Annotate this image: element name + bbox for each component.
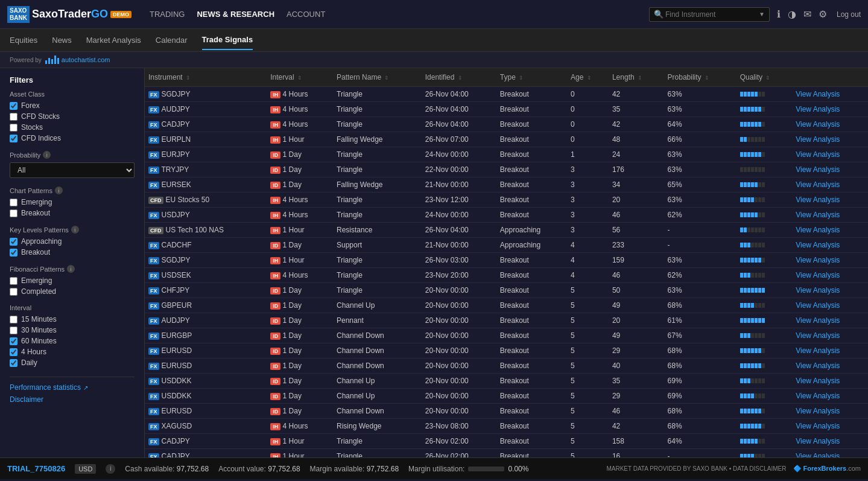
col-interval[interactable]: Interval ⇕ bbox=[267, 68, 333, 87]
cell-action[interactable]: View Analysis bbox=[792, 358, 868, 374]
nav-account[interactable]: ACCOUNT bbox=[287, 10, 325, 19]
cell-action[interactable]: View Analysis bbox=[792, 374, 868, 389]
view-analysis-link[interactable]: View Analysis bbox=[796, 301, 840, 310]
view-analysis-link[interactable]: View Analysis bbox=[796, 226, 840, 234]
view-analysis-link[interactable]: View Analysis bbox=[796, 150, 840, 159]
filter-cfd-indices-checkbox[interactable] bbox=[10, 135, 17, 142]
view-analysis-link[interactable]: View Analysis bbox=[796, 180, 840, 189]
nav-news-research[interactable]: NEWS & RESEARCH bbox=[197, 10, 274, 19]
account-info-button[interactable]: i bbox=[106, 464, 115, 474]
view-analysis-link[interactable]: View Analysis bbox=[796, 196, 840, 204]
fibonacci-info-icon[interactable]: i bbox=[67, 265, 75, 273]
filter-chart-breakout-checkbox[interactable] bbox=[10, 209, 17, 217]
view-analysis-link[interactable]: View Analysis bbox=[796, 211, 840, 219]
cell-action[interactable]: View Analysis bbox=[792, 298, 868, 313]
cell-action[interactable]: View Analysis bbox=[792, 343, 868, 358]
view-analysis-link[interactable]: View Analysis bbox=[796, 241, 840, 249]
probability-info-icon[interactable]: i bbox=[43, 151, 51, 159]
filter-key-approaching-checkbox[interactable] bbox=[10, 238, 17, 246]
cell-action[interactable]: View Analysis bbox=[792, 313, 868, 328]
performance-stats-link[interactable]: Performance statistics ↗ bbox=[10, 383, 135, 392]
subnav-trade-signals[interactable]: Trade Signals bbox=[202, 30, 253, 50]
nav-trading[interactable]: TRADING bbox=[150, 10, 185, 19]
chart-patterns-info-icon[interactable]: i bbox=[55, 186, 63, 194]
view-analysis-link[interactable]: View Analysis bbox=[796, 377, 840, 385]
col-quality[interactable]: Quality ⇕ bbox=[737, 68, 793, 87]
cell-action[interactable]: View Analysis bbox=[792, 449, 868, 458]
view-analysis-link[interactable]: View Analysis bbox=[796, 286, 840, 295]
cell-action[interactable]: View Analysis bbox=[792, 434, 868, 449]
view-analysis-link[interactable]: View Analysis bbox=[796, 135, 840, 144]
filter-interval-4hours-checkbox[interactable] bbox=[10, 348, 17, 356]
filter-forex[interactable]: Forex bbox=[10, 101, 135, 110]
cell-action[interactable]: View Analysis bbox=[792, 177, 868, 193]
col-identified[interactable]: Identified ⇕ bbox=[422, 68, 496, 87]
settings-icon[interactable]: ⚙ bbox=[819, 8, 827, 20]
col-age[interactable]: Age ⇕ bbox=[567, 68, 609, 87]
cell-action[interactable]: View Analysis bbox=[792, 208, 868, 223]
view-analysis-link[interactable]: View Analysis bbox=[796, 90, 840, 98]
theme-icon[interactable]: ◑ bbox=[788, 8, 796, 20]
col-length[interactable]: Length ⇕ bbox=[609, 68, 664, 87]
key-levels-info-icon[interactable]: i bbox=[71, 226, 79, 234]
filter-cfd-stocks[interactable]: CFD Stocks bbox=[10, 112, 135, 121]
view-analysis-link[interactable]: View Analysis bbox=[796, 271, 840, 279]
subnav-equities[interactable]: Equities bbox=[10, 31, 37, 49]
cell-action[interactable]: View Analysis bbox=[792, 147, 868, 162]
filter-fib-completed-checkbox[interactable] bbox=[10, 288, 17, 296]
mail-icon[interactable]: ✉ bbox=[803, 8, 811, 20]
filter-cfd-stocks-checkbox[interactable] bbox=[10, 113, 17, 121]
filter-interval-30min-checkbox[interactable] bbox=[10, 327, 17, 334]
disclaimer-link[interactable]: Disclaimer bbox=[10, 395, 135, 404]
cell-action[interactable]: View Analysis bbox=[792, 268, 868, 283]
cell-action[interactable]: View Analysis bbox=[792, 102, 868, 117]
view-analysis-link[interactable]: View Analysis bbox=[796, 392, 840, 400]
view-analysis-link[interactable]: View Analysis bbox=[796, 437, 840, 445]
subnav-news[interactable]: News bbox=[52, 31, 72, 49]
cell-action[interactable]: View Analysis bbox=[792, 328, 868, 343]
cell-action[interactable]: View Analysis bbox=[792, 253, 868, 268]
view-analysis-link[interactable]: View Analysis bbox=[796, 422, 840, 430]
filter-interval-daily-checkbox[interactable] bbox=[10, 359, 17, 367]
col-pattern[interactable]: Pattern Name ⇕ bbox=[333, 68, 422, 87]
cell-action[interactable]: View Analysis bbox=[792, 223, 868, 238]
subnav-calendar[interactable]: Calendar bbox=[156, 31, 188, 49]
view-analysis-link[interactable]: View Analysis bbox=[796, 120, 840, 129]
cell-action[interactable]: View Analysis bbox=[792, 87, 868, 102]
view-analysis-link[interactable]: View Analysis bbox=[796, 452, 840, 457]
filter-fib-completed[interactable]: Completed bbox=[10, 287, 135, 296]
filter-chart-emerging-checkbox[interactable] bbox=[10, 199, 17, 206]
view-analysis-link[interactable]: View Analysis bbox=[796, 316, 840, 325]
col-probability[interactable]: Probability ⇕ bbox=[664, 68, 737, 87]
cell-action[interactable]: View Analysis bbox=[792, 193, 868, 208]
filter-key-approaching[interactable]: Approaching bbox=[10, 237, 135, 246]
filter-stocks[interactable]: Stocks bbox=[10, 123, 135, 132]
view-analysis-link[interactable]: View Analysis bbox=[796, 256, 840, 264]
view-analysis-link[interactable]: View Analysis bbox=[796, 346, 840, 355]
cell-action[interactable]: View Analysis bbox=[792, 162, 868, 177]
filter-key-breakout-checkbox[interactable] bbox=[10, 249, 17, 256]
filter-forex-checkbox[interactable] bbox=[10, 102, 17, 110]
filter-fib-emerging-checkbox[interactable] bbox=[10, 277, 17, 285]
logout-button[interactable]: Log out bbox=[837, 10, 861, 19]
filter-interval-daily[interactable]: Daily bbox=[10, 358, 135, 367]
info-icon[interactable]: ℹ bbox=[777, 8, 781, 20]
filter-chart-breakout[interactable]: Breakout bbox=[10, 209, 135, 217]
filter-interval-30min[interactable]: 30 Minutes bbox=[10, 326, 135, 334]
filter-interval-60min-checkbox[interactable] bbox=[10, 337, 17, 345]
subnav-market-analysis[interactable]: Market Analysis bbox=[86, 31, 141, 49]
cell-action[interactable]: View Analysis bbox=[792, 238, 868, 253]
cell-action[interactable]: View Analysis bbox=[792, 404, 868, 419]
cell-action[interactable]: View Analysis bbox=[792, 419, 868, 434]
view-analysis-link[interactable]: View Analysis bbox=[796, 407, 840, 415]
view-analysis-link[interactable]: View Analysis bbox=[796, 105, 840, 113]
filter-interval-60min[interactable]: 60 Minutes bbox=[10, 337, 135, 345]
cell-action[interactable]: View Analysis bbox=[792, 283, 868, 298]
cell-action[interactable]: View Analysis bbox=[792, 117, 868, 132]
view-analysis-link[interactable]: View Analysis bbox=[796, 362, 840, 370]
view-analysis-link[interactable]: View Analysis bbox=[796, 331, 840, 340]
filter-key-breakout[interactable]: Breakout bbox=[10, 248, 135, 256]
cell-action[interactable]: View Analysis bbox=[792, 132, 868, 147]
search-input[interactable] bbox=[649, 7, 770, 22]
filter-interval-4hours[interactable]: 4 Hours bbox=[10, 348, 135, 356]
